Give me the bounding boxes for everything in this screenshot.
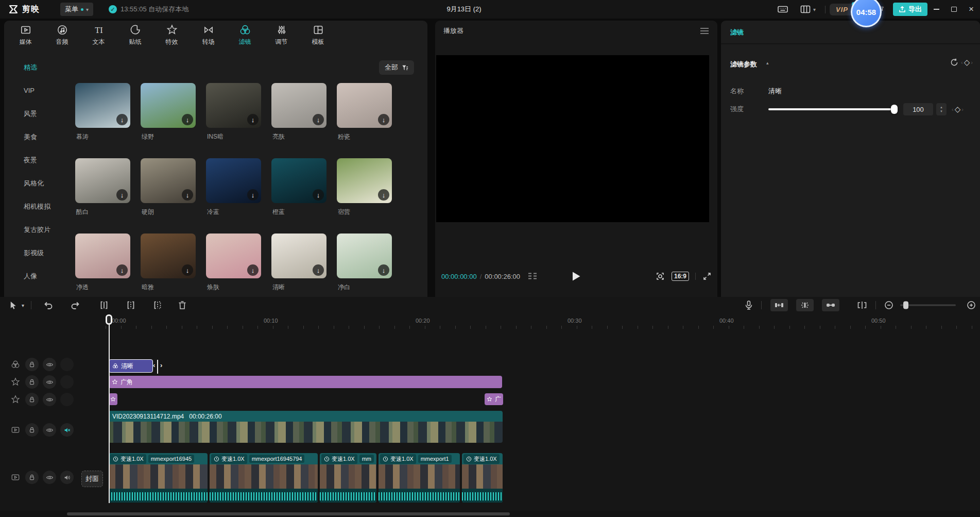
effect-clip-stub[interactable]: [109, 393, 117, 405]
filter-thumb[interactable]: ↓宿营: [337, 158, 392, 216]
zoom-in-icon[interactable]: [966, 300, 976, 310]
select-tool-icon[interactable]: [8, 301, 18, 310]
category-featured[interactable]: 精选: [4, 56, 69, 79]
split-clip-icon[interactable]: [99, 300, 109, 310]
filter-thumb[interactable]: ↓暮涛: [75, 83, 130, 141]
tab-effects[interactable]: 特效: [153, 21, 190, 49]
video-preview[interactable]: [436, 55, 709, 222]
tab-sticker[interactable]: 贴纸: [117, 21, 153, 49]
eye-icon[interactable]: [43, 375, 56, 389]
eye-icon[interactable]: [43, 358, 56, 371]
tab-templates[interactable]: 模板: [300, 21, 336, 49]
trim-handle-left-icon[interactable]: ‹: [153, 361, 155, 369]
timeline-zoom-slider[interactable]: [900, 305, 956, 306]
tab-media[interactable]: 媒体: [7, 21, 44, 49]
delete-icon[interactable]: [177, 300, 187, 310]
filter-thumb[interactable]: ↓净白: [337, 234, 392, 292]
lock-icon[interactable]: [25, 393, 39, 406]
preview-axis-icon[interactable]: [856, 300, 868, 310]
media-clip[interactable]: 变速1.0X mmexport1: [379, 453, 460, 503]
effect-clip[interactable]: 广角: [109, 376, 502, 388]
fullscreen-icon[interactable]: [702, 271, 712, 281]
cover-button[interactable]: 封面: [81, 471, 103, 487]
eye-icon[interactable]: [43, 471, 56, 484]
filter-thumb[interactable]: ↓冷蓝: [206, 158, 261, 216]
filter-thumb[interactable]: ↓INS暗: [206, 83, 261, 141]
undo-icon[interactable]: [43, 300, 54, 310]
media-clip[interactable]: 变速1.0X: [462, 453, 503, 503]
lock-icon[interactable]: [25, 471, 39, 484]
tab-audio[interactable]: 音频: [44, 21, 80, 49]
magnet-snap-toggle[interactable]: [770, 299, 788, 311]
close-button[interactable]: ×: [962, 0, 980, 19]
eye-icon[interactable]: [43, 393, 56, 406]
category-retro-film[interactable]: 复古胶片: [4, 218, 69, 241]
aspect-ratio-button[interactable]: 16:9: [672, 272, 689, 281]
filter-thumb[interactable]: ↓橙蓝: [271, 158, 326, 216]
link-toggle[interactable]: [822, 299, 839, 311]
prev-keyframe-icon[interactable]: ‹: [961, 59, 963, 65]
zoom-out-icon[interactable]: [884, 300, 894, 310]
snapshot-icon[interactable]: [655, 271, 665, 281]
filter-thumb[interactable]: ↓暗雅: [141, 234, 196, 292]
split-keep-left-icon[interactable]: [126, 300, 136, 310]
category-portrait[interactable]: 人像: [4, 264, 69, 288]
strength-stepper[interactable]: ▲ ▼: [936, 103, 947, 115]
filter-thumb[interactable]: ↓酷白: [75, 158, 130, 216]
filter-thumb[interactable]: ↓清晰: [271, 234, 326, 292]
media-clip[interactable]: 变速1.0X mmexport16945: [109, 453, 208, 503]
step-down-icon[interactable]: ▼: [940, 109, 943, 113]
tab-transitions[interactable]: 转场: [190, 21, 227, 49]
auto-split-toggle[interactable]: [796, 299, 814, 311]
lock-icon[interactable]: [25, 375, 39, 389]
layout-panel-icon[interactable]: ▾: [799, 3, 816, 15]
mute-icon[interactable]: [60, 423, 74, 437]
playhead[interactable]: [109, 314, 110, 503]
speaker-icon[interactable]: [60, 471, 74, 484]
voiceover-mic-icon[interactable]: [744, 300, 754, 310]
tab-adjust[interactable]: 调节: [263, 21, 300, 49]
strength-slider[interactable]: [768, 108, 896, 110]
category-food[interactable]: 美食: [4, 125, 69, 148]
shortcut-keyboard-icon[interactable]: [777, 3, 789, 15]
slider-handle[interactable]: [891, 105, 898, 114]
minimize-button[interactable]: [927, 0, 945, 19]
player-menu-icon[interactable]: [700, 27, 709, 35]
filter-thumb[interactable]: ↓焕肤: [206, 234, 261, 292]
filter-thumb[interactable]: ↓净透: [75, 234, 130, 292]
redo-icon[interactable]: [70, 300, 80, 310]
step-up-icon[interactable]: ▲: [940, 105, 943, 109]
filter-thumb[interactable]: ↓粉瓷: [337, 83, 392, 141]
filter-thumb[interactable]: ↓硬朗: [141, 158, 196, 216]
category-night[interactable]: 夜景: [4, 148, 69, 172]
scrollbar-handle[interactable]: [67, 512, 510, 515]
next-keyframe-icon[interactable]: ›: [961, 106, 964, 112]
timeline-scrollbar[interactable]: [0, 511, 980, 517]
filter-all-button[interactable]: 全部: [379, 60, 414, 75]
split-keep-right-icon[interactable]: [152, 300, 163, 310]
tab-filters[interactable]: 滤镜: [227, 21, 263, 49]
playhead-handle[interactable]: [106, 314, 112, 325]
eye-icon[interactable]: [43, 423, 56, 437]
keyframe-icon[interactable]: ◇: [955, 105, 961, 114]
trim-handle-bar[interactable]: [157, 360, 158, 374]
clip-list-icon[interactable]: [527, 272, 538, 280]
time-ruler[interactable]: [106, 326, 980, 329]
maximize-button[interactable]: [945, 0, 962, 19]
category-vip[interactable]: VIP: [4, 79, 69, 102]
lock-icon[interactable]: [25, 358, 39, 371]
prev-keyframe-icon[interactable]: ‹: [952, 106, 954, 112]
effect-clip-2[interactable]: 广: [485, 393, 503, 405]
export-button[interactable]: 导出: [893, 3, 927, 16]
trim-handle-right-icon[interactable]: ›: [160, 361, 162, 369]
select-tool-caret-icon[interactable]: ▾: [22, 303, 24, 308]
video-clip[interactable]: VID20230913114712.mp4 00:00:26:00: [109, 411, 503, 443]
strength-value-input[interactable]: 100: [903, 103, 933, 115]
next-keyframe-icon[interactable]: ›: [971, 59, 973, 65]
category-cinematic[interactable]: 影视级: [4, 241, 69, 264]
category-scenery[interactable]: 风景: [4, 102, 69, 125]
zoom-slider-handle[interactable]: [903, 302, 908, 309]
filter-clip[interactable]: 清晰: [109, 359, 153, 373]
reset-icon[interactable]: [950, 58, 959, 67]
inspector-tab-filter[interactable]: 滤镜: [721, 21, 980, 43]
